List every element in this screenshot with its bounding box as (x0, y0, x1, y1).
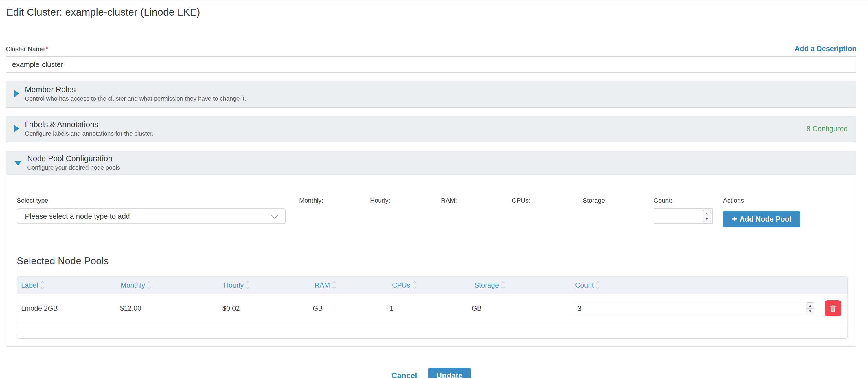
selected-node-pools-table: Label Monthly Hourly RAM CPUs (17, 276, 848, 339)
accordion-member-roles[interactable]: Member Roles Control who has access to t… (6, 81, 857, 107)
page-title: Edit Cluster: example-cluster (Linode LK… (6, 1, 857, 18)
column-header-monthly-text: Monthly (121, 281, 145, 289)
column-header-label[interactable]: Label (21, 281, 121, 289)
column-header-ram[interactable]: RAM (314, 281, 392, 289)
monthly-column: Monthly: (299, 197, 370, 208)
configured-count-badge: 8 Configured (806, 125, 848, 133)
actions-label: Actions (723, 197, 848, 204)
member-roles-text: Member Roles Control who has access to t… (25, 85, 246, 102)
column-header-label-text: Label (21, 281, 38, 289)
sort-icon (502, 282, 504, 288)
member-roles-subtitle: Control who has access to the cluster an… (25, 95, 246, 102)
count-column: Count: ▲ ▼ (654, 197, 723, 224)
count-stepper: ▲ ▼ (654, 208, 713, 224)
column-header-storage[interactable]: Storage (474, 281, 575, 289)
pool-label-cell: Linode 2GB (21, 304, 120, 312)
cluster-name-label-group: Cluster Name* (6, 45, 48, 53)
labels-annotations-header: Labels & Annotations Configure labels an… (14, 120, 154, 137)
table-footer-row (17, 323, 848, 339)
storage-label: Storage: (583, 197, 654, 204)
monthly-label: Monthly: (299, 197, 370, 204)
sort-icon (597, 282, 599, 288)
table-header-row: Label Monthly Hourly RAM CPUs (17, 276, 848, 294)
delete-pool-button[interactable] (825, 300, 841, 316)
cluster-name-label: Cluster Name (6, 45, 44, 53)
trash-icon (829, 304, 837, 313)
member-roles-header: Member Roles Control who has access to t… (14, 85, 246, 102)
chevron-right-icon (14, 125, 19, 132)
ram-column: RAM: (441, 197, 512, 208)
sort-icon (41, 282, 44, 288)
cluster-name-row: Cluster Name* Add a Description (6, 44, 857, 53)
ram-label: RAM: (441, 197, 512, 204)
selected-node-pools-heading: Selected Node Pools (17, 255, 848, 267)
node-type-select-value: Please select a node type to add (25, 212, 130, 220)
node-type-column: Select type Please select a node type to… (17, 197, 286, 224)
column-header-monthly[interactable]: Monthly (121, 281, 224, 289)
add-node-pool-button-label: Add Node Pool (740, 215, 791, 224)
actions-column: Actions + Add Node Pool (723, 197, 848, 228)
hourly-label: Hourly: (370, 197, 441, 204)
sort-icon (333, 282, 335, 288)
column-header-cpus-text: CPUs (392, 281, 410, 289)
pool-count-stepper: ▲ ▼ (572, 301, 816, 316)
stepper-down-icon[interactable]: ▼ (703, 216, 711, 222)
labels-annotations-subtitle: Configure labels and annotations for the… (25, 130, 154, 137)
chevron-right-icon (14, 90, 19, 97)
select-type-label: Select type (17, 197, 286, 204)
labels-annotations-text: Labels & Annotations Configure labels an… (25, 120, 154, 137)
chevron-down-icon (14, 161, 22, 166)
cpus-label: CPUs: (512, 197, 583, 204)
column-header-ram-text: RAM (314, 281, 330, 289)
form-actions: Cancel Update (6, 368, 857, 378)
stepper-up-icon[interactable]: ▲ (703, 210, 711, 216)
node-pool-configuration-header: Node Pool Configuration Configure your d… (14, 154, 120, 171)
accordion-node-pool-configuration[interactable]: Node Pool Configuration Configure your d… (6, 150, 857, 175)
cancel-button[interactable]: Cancel (392, 371, 417, 378)
node-pool-configuration-title: Node Pool Configuration (27, 154, 120, 163)
required-asterisk: * (46, 45, 48, 52)
labels-annotations-title: Labels & Annotations (25, 120, 154, 129)
pool-cpus-cell: 1 (390, 304, 472, 312)
member-roles-title: Member Roles (25, 85, 246, 94)
add-description-link[interactable]: Add a Description (795, 44, 857, 53)
pool-monthly-cell: $12.00 (120, 304, 222, 312)
column-header-count-text: Count (575, 281, 594, 289)
node-pool-configuration-text: Node Pool Configuration Configure your d… (27, 154, 120, 171)
column-header-hourly[interactable]: Hourly (224, 281, 314, 289)
node-pool-configuration-body: Select type Please select a node type to… (6, 175, 857, 347)
hourly-column: Hourly: (370, 197, 441, 208)
column-header-cpus[interactable]: CPUs (392, 281, 474, 289)
column-header-hourly-text: Hourly (224, 281, 244, 289)
chevron-down-icon (271, 212, 278, 219)
stepper-arrows[interactable]: ▲ ▼ (703, 210, 711, 222)
pool-storage-cell: GB (472, 304, 572, 312)
pool-hourly-cell: $0.02 (222, 304, 313, 312)
accordion-labels-annotations[interactable]: Labels & Annotations Configure labels an… (6, 115, 857, 142)
cpus-column: CPUs: (512, 197, 583, 208)
update-button[interactable]: Update (428, 368, 471, 378)
edit-cluster-page: Edit Cluster: example-cluster (Linode LK… (0, 1, 868, 378)
stepper-arrows[interactable]: ▲ ▼ (806, 302, 814, 314)
sort-icon (413, 282, 416, 288)
pool-count-input[interactable] (572, 301, 816, 316)
cluster-name-input[interactable] (6, 56, 857, 72)
column-header-storage-text: Storage (474, 281, 499, 289)
count-label: Count: (654, 197, 723, 204)
stepper-down-icon[interactable]: ▼ (806, 309, 814, 314)
node-type-select[interactable]: Please select a node type to add (17, 208, 286, 224)
sort-icon (247, 282, 249, 288)
add-node-pool-button[interactable]: + Add Node Pool (723, 211, 800, 228)
node-pool-configuration-subtitle: Configure your desired node pools (27, 164, 120, 171)
pool-count-cell: ▲ ▼ (572, 300, 847, 316)
plus-icon: + (732, 214, 737, 224)
add-node-pool-row: Select type Please select a node type to… (17, 197, 848, 228)
stepper-up-icon[interactable]: ▲ (806, 303, 814, 309)
sort-icon (148, 282, 151, 288)
pool-ram-cell: GB (313, 304, 390, 312)
storage-column: Storage: (583, 197, 654, 208)
table-row: Linode 2GB $12.00 $0.02 GB 1 GB ▲ ▼ (17, 294, 848, 323)
column-header-count[interactable]: Count (575, 281, 847, 289)
